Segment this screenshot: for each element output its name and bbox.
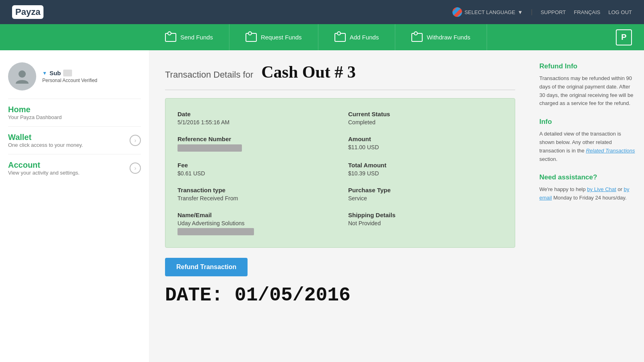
purchase-label: Purchase Type <box>348 187 503 193</box>
username: Sub <box>50 70 61 76</box>
info-text: A detailed view of the transaction is sh… <box>539 130 636 163</box>
separator: | <box>531 8 533 16</box>
verified-badge: Personal Account Verified <box>42 78 97 83</box>
withdraw-funds-nav[interactable]: Withdraw Funds <box>395 24 487 50</box>
account-arrow: › <box>130 162 141 174</box>
date-stamp: Date: 01/05/2016 <box>165 284 515 306</box>
avatar <box>8 62 36 90</box>
fee-label: Fee <box>178 162 332 169</box>
status-field: Current Status Completed <box>348 111 503 125</box>
name-value: Uday Advertising Solutions <box>178 220 332 226</box>
ref-label: Reference Number <box>178 136 332 142</box>
total-value: $10.39 USD <box>348 170 503 177</box>
type-value: Transfer Received From <box>178 195 332 202</box>
francais-link[interactable]: FRANÇAIS <box>574 9 601 15</box>
fee-value: $0.61 USD <box>178 170 332 177</box>
shipping-field: Shipping Details Not Provided <box>348 212 503 235</box>
username-extra: b... <box>63 70 72 76</box>
add-funds-icon <box>334 33 346 42</box>
wallet-sub: One click access to your money. <box>8 142 83 148</box>
assistance-heading: Need assistance? <box>539 173 636 181</box>
main-layout: ▼ Sub b... Personal Account Verified Hom… <box>0 50 644 362</box>
home-info: Home Your Payza Dashboard <box>8 105 62 120</box>
top-bar: Payza SELECT LANGUAGE ▼ | SUPPORT FRANÇA… <box>0 0 644 24</box>
p-icon: P <box>616 29 632 45</box>
info-section: Info A detailed view of the transaction … <box>539 118 636 163</box>
sidebar-nav: Home Your Payza Dashboard Wallet One cli… <box>8 99 141 182</box>
send-funds-nav[interactable]: Send Funds <box>149 24 229 50</box>
home-label: Home <box>8 105 62 114</box>
content-area: Transaction Details for Cash out # 3 Dat… <box>149 50 531 362</box>
refund-info-text: Transactions may be refunded within 90 d… <box>539 74 636 108</box>
ref-value <box>178 144 242 152</box>
sidebar-item-home[interactable]: Home Your Payza Dashboard <box>8 99 141 126</box>
cash-out-title: Cash out # 3 <box>261 62 356 82</box>
refund-transaction-button[interactable]: Refund Transaction <box>165 258 248 276</box>
refund-info-section: Refund Info Transactions may be refunded… <box>539 62 636 108</box>
sidebar-item-wallet[interactable]: Wallet One click access to your money. › <box>8 126 141 154</box>
related-transactions-link[interactable]: Related Transactions <box>586 148 635 154</box>
account-sub: View your activity and settings. <box>8 170 80 176</box>
info-text-after: section. <box>539 156 557 162</box>
purchase-field: Purchase Type Service <box>348 187 503 202</box>
withdraw-funds-icon <box>411 33 423 42</box>
svg-point-0 <box>19 70 26 78</box>
green-nav: Send Funds Request Funds Add Funds Withd… <box>0 24 644 50</box>
add-funds-label: Add Funds <box>350 34 379 41</box>
add-funds-nav[interactable]: Add Funds <box>318 24 396 50</box>
ref-field: Reference Number <box>178 136 332 152</box>
username-row: ▼ Sub b... <box>42 70 97 76</box>
live-chat-link[interactable]: by Live Chat <box>587 186 616 192</box>
request-funds-icon <box>246 33 257 42</box>
right-panel: Refund Info Transactions may be refunded… <box>531 50 644 362</box>
sidebar-item-account[interactable]: Account View your activity and settings.… <box>8 154 141 182</box>
amount-label: Amount <box>348 136 503 142</box>
info-heading: Info <box>539 118 636 126</box>
assistance-section: Need assistance? We're happy to help by … <box>539 173 636 202</box>
status-value: Completed <box>348 119 503 125</box>
send-funds-label: Send Funds <box>180 34 213 41</box>
date-value: 5/1/2016 1:55:16 AM <box>178 119 332 125</box>
status-label: Current Status <box>348 111 503 117</box>
shipping-value: Not Provided <box>348 220 503 226</box>
logo: Payza <box>12 5 43 19</box>
request-funds-label: Request Funds <box>261 34 302 41</box>
dropdown-arrow: ▼ <box>42 70 47 76</box>
language-icon <box>452 7 462 17</box>
logo-box: Payza <box>12 5 43 19</box>
page-title: Transaction Details for <box>165 70 253 80</box>
user-section: ▼ Sub b... Personal Account Verified <box>8 62 141 90</box>
page-header: Transaction Details for Cash out # 3 <box>165 62 515 82</box>
refund-info-heading: Refund Info <box>539 62 636 70</box>
header-divider <box>165 90 515 90</box>
home-sub: Your Payza Dashboard <box>8 114 62 120</box>
logout-link[interactable]: LOG OUT <box>608 9 632 15</box>
send-funds-icon <box>165 33 176 42</box>
purchase-value: Service <box>348 195 503 202</box>
date-field: Date 5/1/2016 1:55:16 AM <box>178 111 332 125</box>
name-label: Name/Email <box>178 212 332 218</box>
total-field: Total Amount $10.39 USD <box>348 162 503 177</box>
email-redacted <box>178 228 254 235</box>
assist-middle: or <box>616 186 624 192</box>
avatar-icon <box>14 68 30 84</box>
request-funds-nav[interactable]: Request Funds <box>229 24 318 50</box>
account-label: Account <box>8 160 80 170</box>
transaction-card: Date 5/1/2016 1:55:16 AM Current Status … <box>165 98 515 248</box>
lang-label: SELECT LANGUAGE <box>464 9 515 15</box>
user-info: ▼ Sub b... Personal Account Verified <box>42 70 97 83</box>
sidebar: ▼ Sub b... Personal Account Verified Hom… <box>0 50 149 362</box>
wallet-info: Wallet One click access to your money. <box>8 133 83 148</box>
type-field: Transaction type Transfer Received From <box>178 187 332 202</box>
support-link[interactable]: SUPPORT <box>541 9 566 15</box>
lang-dropdown-arrow: ▼ <box>518 9 523 15</box>
account-info: Account View your activity and settings. <box>8 160 80 176</box>
date-label: Date <box>178 111 332 117</box>
wallet-label: Wallet <box>8 133 83 142</box>
language-selector[interactable]: SELECT LANGUAGE ▼ <box>452 7 523 17</box>
amount-value: $11.00 USD <box>348 144 503 150</box>
transaction-grid: Date 5/1/2016 1:55:16 AM Current Status … <box>178 111 503 235</box>
withdraw-funds-label: Withdraw Funds <box>427 34 470 41</box>
fee-field: Fee $0.61 USD <box>178 162 332 177</box>
wallet-arrow: › <box>130 135 141 146</box>
